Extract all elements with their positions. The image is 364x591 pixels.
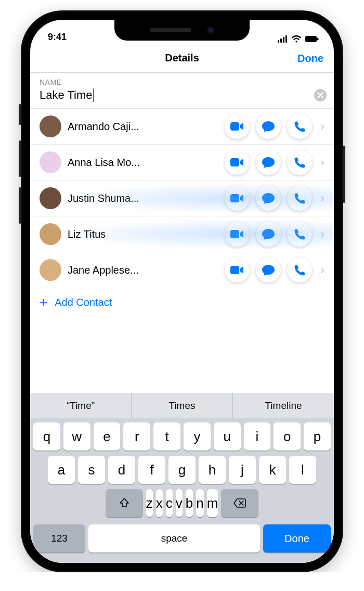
chevron-right-icon: › (318, 119, 327, 134)
key-k[interactable]: k (259, 456, 286, 484)
svg-rect-10 (230, 266, 239, 274)
numbers-key[interactable]: 123 (33, 524, 85, 553)
video-call-button[interactable] (225, 186, 250, 211)
clear-text-button[interactable] (314, 89, 327, 101)
wifi-icon (291, 35, 302, 43)
avatar (40, 115, 61, 137)
svg-rect-4 (305, 36, 317, 42)
key-m[interactable]: m (207, 489, 218, 517)
svg-rect-6 (230, 122, 239, 131)
suggestion[interactable]: Times (132, 393, 233, 418)
plus-icon: + (40, 295, 47, 309)
svg-rect-7 (230, 158, 239, 166)
call-button[interactable] (287, 258, 312, 282)
contact-name: Jane Applese... (68, 264, 218, 276)
space-key[interactable]: space (88, 524, 260, 553)
key-o[interactable]: o (274, 422, 301, 451)
call-button[interactable] (287, 222, 312, 247)
key-u[interactable]: u (214, 422, 241, 451)
key-l[interactable]: l (289, 456, 316, 484)
call-button[interactable] (287, 186, 312, 211)
keyboard-done-key[interactable]: Done (263, 524, 331, 553)
shift-key[interactable] (106, 489, 143, 517)
add-contact-label: Add Contact (55, 297, 112, 309)
contact-row[interactable]: Armando Caji...› (30, 109, 334, 145)
video-call-button[interactable] (225, 222, 250, 247)
key-f[interactable]: f (138, 456, 165, 484)
contact-name: Anna Lisa Mo... (68, 157, 218, 169)
message-button[interactable] (256, 150, 281, 175)
chevron-right-icon: › (318, 191, 327, 205)
text-cursor (93, 88, 94, 102)
backspace-key[interactable] (221, 489, 258, 517)
key-q[interactable]: q (33, 422, 60, 451)
notch (114, 20, 250, 41)
key-d[interactable]: d (108, 456, 135, 484)
group-name-input[interactable]: Lake Time (40, 88, 314, 102)
contact-name: Armando Caji... (68, 121, 218, 133)
suggestion[interactable]: “Time” (30, 393, 132, 418)
contact-name: Justin Shuma... (68, 192, 218, 204)
key-w[interactable]: w (63, 422, 90, 451)
call-button[interactable] (287, 150, 312, 175)
key-y[interactable]: y (184, 422, 211, 451)
avatar (40, 151, 61, 173)
key-i[interactable]: i (244, 422, 271, 451)
key-s[interactable]: s (78, 456, 105, 484)
message-button[interactable] (256, 258, 281, 282)
page-title: Details (165, 52, 199, 64)
chevron-right-icon: › (318, 227, 327, 241)
contact-name: Liz Titus (68, 228, 218, 240)
svg-rect-9 (230, 230, 239, 238)
chevron-right-icon: › (318, 263, 327, 277)
keyboard: “Time”TimesTimeline qwertyuiop asdfghjkl… (30, 393, 334, 563)
key-x[interactable]: x (156, 489, 163, 517)
group-name-value: Lake Time (40, 88, 93, 102)
nav-bar: Details Done (30, 44, 334, 73)
key-b[interactable]: b (186, 489, 193, 517)
key-z[interactable]: z (146, 489, 153, 517)
contact-row[interactable]: Justin Shuma...› (30, 181, 334, 216)
chevron-right-icon: › (318, 155, 327, 170)
done-button[interactable]: Done (297, 52, 323, 64)
svg-rect-1 (280, 38, 282, 43)
key-g[interactable]: g (168, 456, 196, 484)
key-r[interactable]: r (123, 422, 150, 451)
svg-rect-5 (317, 38, 319, 41)
key-c[interactable]: c (166, 489, 173, 517)
key-a[interactable]: a (48, 456, 75, 484)
battery-icon (305, 35, 319, 43)
avatar (40, 223, 61, 245)
suggestion[interactable]: Timeline (233, 393, 334, 418)
svg-rect-3 (285, 35, 287, 43)
key-t[interactable]: t (153, 422, 180, 451)
contact-row[interactable]: Jane Applese...› (30, 252, 334, 288)
key-j[interactable]: j (229, 456, 256, 484)
key-n[interactable]: n (196, 489, 203, 517)
message-button[interactable] (256, 222, 281, 247)
message-button[interactable] (256, 114, 281, 139)
add-contact-button[interactable]: + Add Contact (30, 288, 334, 316)
contact-row[interactable]: Anna Lisa Mo...› (30, 145, 334, 181)
video-call-button[interactable] (225, 258, 250, 282)
contact-row[interactable]: Liz Titus› (30, 216, 334, 252)
key-p[interactable]: p (304, 422, 331, 451)
key-e[interactable]: e (94, 422, 121, 451)
video-call-button[interactable] (225, 150, 250, 175)
status-time: 9:41 (48, 32, 67, 43)
video-call-button[interactable] (225, 114, 250, 139)
avatar (40, 259, 61, 281)
svg-rect-2 (283, 37, 284, 43)
key-h[interactable]: h (199, 456, 226, 484)
svg-rect-0 (278, 40, 279, 43)
svg-rect-8 (230, 194, 239, 202)
call-button[interactable] (287, 114, 312, 139)
message-button[interactable] (256, 186, 281, 211)
name-section-header: NAME (30, 73, 334, 88)
cellular-icon (278, 35, 288, 43)
key-v[interactable]: v (176, 489, 183, 517)
avatar (40, 187, 61, 209)
